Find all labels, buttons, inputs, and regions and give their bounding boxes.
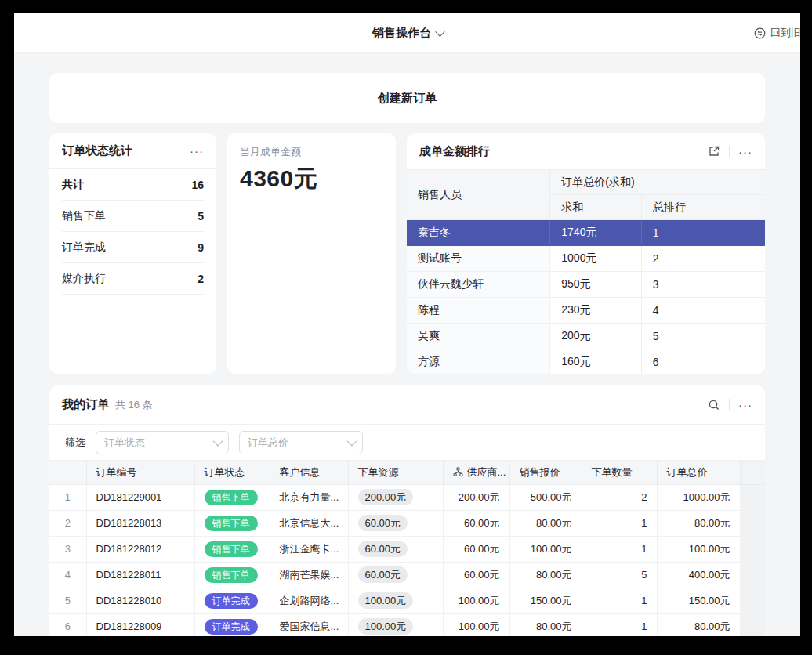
resource-cell[interactable]: 60.00元: [348, 536, 443, 562]
col-order-no[interactable]: 订单编号: [86, 461, 194, 484]
resource-cell[interactable]: 100.00元: [348, 613, 443, 636]
total-cell[interactable]: 150.00元: [657, 588, 740, 613]
ranking-rank-value: 6: [641, 349, 765, 375]
col-supplier-label: 供应商...: [467, 465, 506, 479]
col-total[interactable]: 订单总价: [657, 461, 740, 484]
customer-cell[interactable]: 浙江金鹰卡...: [270, 536, 348, 562]
order-number-cell[interactable]: DD181228013: [86, 510, 194, 536]
supplier-cell[interactable]: 100.00元: [443, 588, 509, 613]
total-cell[interactable]: 1000.00元: [657, 484, 740, 510]
order-table-row[interactable]: 6 DD181228009 订单完成 爱国家信息... 100.00元 100.…: [49, 613, 765, 636]
total-cell[interactable]: 80.00元: [657, 613, 740, 636]
create-order-button[interactable]: 创建新订单: [49, 73, 765, 123]
ranking-col-rank: 总排行: [641, 195, 765, 220]
dashboard-cards-row: 订单状态统计 ··· 共计 16 销售下单 5: [49, 133, 765, 374]
status-stat-row[interactable]: 订单完成 9: [62, 232, 204, 263]
col-qty[interactable]: 下单数量: [582, 461, 657, 484]
order-status-filter-select[interactable]: 订单状态: [96, 431, 229, 454]
status-stat-row[interactable]: 共计 16: [62, 169, 204, 201]
back-to-old-version-button[interactable]: 回到旧版: [754, 26, 800, 40]
order-status-cell[interactable]: 销售下单: [194, 562, 270, 588]
order-status-cell[interactable]: 销售下单: [194, 536, 270, 562]
status-stat-value: 5: [198, 210, 204, 223]
supplier-cell[interactable]: 60.00元: [443, 562, 509, 588]
order-number-cell[interactable]: DD181228009: [86, 613, 194, 636]
ranking-card-title: 成单金额排行: [419, 144, 490, 159]
customer-cell[interactable]: 企划路网络...: [270, 588, 348, 613]
qty-cell[interactable]: 1: [582, 613, 657, 636]
col-quote[interactable]: 销售报价: [509, 461, 582, 484]
order-status-cell[interactable]: 销售下单: [194, 484, 270, 510]
col-resource[interactable]: 下单资源: [348, 461, 443, 484]
status-stat-label: 共计: [62, 178, 84, 192]
order-table-row[interactable]: 3 DD181228012 销售下单 浙江金鹰卡... 60.00元 60.00…: [49, 536, 765, 562]
ranking-person-name: 陈程: [407, 298, 550, 324]
supplier-cell[interactable]: 60.00元: [443, 510, 509, 536]
quote-cell[interactable]: 80.00元: [509, 510, 582, 536]
order-table-row[interactable]: 4 DD181228011 销售下单 湖南芒果娱... 60.00元 60.00…: [49, 562, 765, 588]
resource-cell[interactable]: 60.00元: [348, 510, 443, 536]
order-status-card-header: 订单状态统计 ···: [49, 133, 216, 169]
ranking-row[interactable]: 测试账号 1000元 2: [407, 246, 765, 272]
ranking-row[interactable]: 吴爽 200元 5: [407, 324, 765, 349]
ranking-row[interactable]: 秦吉冬 1740元 1: [407, 220, 765, 246]
table-filler: [740, 484, 765, 510]
total-cell[interactable]: 400.00元: [657, 562, 740, 588]
more-icon[interactable]: ···: [738, 399, 752, 411]
order-number-cell[interactable]: DD181228010: [86, 588, 194, 613]
resource-cell[interactable]: 60.00元: [348, 562, 443, 588]
ranking-row[interactable]: 伙伴云魏少轩 950元 3: [407, 272, 765, 298]
qty-cell[interactable]: 1: [582, 510, 657, 536]
ranking-col-person: 销售人员: [407, 170, 550, 220]
customer-cell[interactable]: 爱国家信息...: [270, 613, 348, 636]
order-table-row[interactable]: 1 DD181229001 销售下单 北京有力量... 200.00元 200.…: [49, 484, 765, 510]
customer-cell[interactable]: 北京有力量...: [270, 484, 348, 510]
customer-cell[interactable]: 湖南芒果娱...: [270, 562, 348, 588]
search-icon[interactable]: [708, 399, 720, 411]
quote-cell[interactable]: 80.00元: [509, 613, 582, 636]
col-supplier[interactable]: 供应商...: [443, 461, 509, 484]
qty-cell[interactable]: 2: [582, 484, 657, 510]
status-stat-row[interactable]: 媒介执行 2: [62, 263, 204, 295]
table-filler: [740, 536, 765, 562]
col-customer[interactable]: 客户信息: [270, 461, 348, 484]
ranking-sum-value: 230元: [550, 298, 642, 324]
open-in-new-icon[interactable]: [708, 145, 720, 157]
qty-cell[interactable]: 5: [582, 562, 657, 588]
quote-cell[interactable]: 80.00元: [509, 562, 582, 588]
order-status-cell[interactable]: 订单完成: [194, 613, 270, 636]
status-stat-row[interactable]: 销售下单 5: [62, 201, 204, 232]
quote-cell[interactable]: 500.00元: [509, 484, 582, 510]
order-status-cell[interactable]: 订单完成: [194, 588, 270, 613]
workspace-switcher[interactable]: 销售操作台: [372, 26, 442, 41]
qty-cell[interactable]: 1: [582, 536, 657, 562]
orders-table: 订单编号 订单状态 客户信息 下单资源: [49, 461, 765, 636]
status-badge: 销售下单: [205, 490, 258, 505]
order-number-cell[interactable]: DD181229001: [86, 484, 194, 510]
resource-cell[interactable]: 200.00元: [348, 484, 443, 510]
order-number-cell[interactable]: DD181228012: [86, 536, 194, 562]
order-table-row[interactable]: 2 DD181228013 销售下单 北京信息大... 60.00元 60.00…: [49, 510, 765, 536]
filter-label: 筛选: [65, 436, 85, 450]
col-status[interactable]: 订单状态: [194, 461, 270, 484]
order-total-filter-select[interactable]: 订单总价: [239, 431, 363, 454]
quote-cell[interactable]: 150.00元: [509, 588, 582, 613]
ranking-row[interactable]: 方源 160元 6: [407, 349, 765, 375]
customer-cell[interactable]: 北京信息大...: [270, 510, 348, 536]
quote-cell[interactable]: 100.00元: [509, 536, 582, 562]
more-icon[interactable]: ···: [190, 145, 204, 157]
supplier-cell[interactable]: 60.00元: [443, 536, 509, 562]
total-cell[interactable]: 80.00元: [657, 510, 740, 536]
supplier-cell[interactable]: 100.00元: [443, 613, 509, 636]
order-status-cell[interactable]: 销售下单: [194, 510, 270, 536]
status-stat-label: 销售下单: [62, 209, 106, 223]
resource-cell[interactable]: 100.00元: [348, 588, 443, 613]
supplier-cell[interactable]: 200.00元: [443, 484, 509, 510]
ranking-row[interactable]: 陈程 230元 4: [407, 298, 765, 324]
order-table-row[interactable]: 5 DD181228010 订单完成 企划路网络... 100.00元 100.…: [49, 588, 765, 613]
total-cell[interactable]: 100.00元: [657, 536, 740, 562]
qty-cell[interactable]: 1: [582, 588, 657, 613]
order-number-cell[interactable]: DD181228011: [86, 562, 194, 588]
more-icon[interactable]: ···: [738, 146, 752, 157]
status-badge: 销售下单: [205, 567, 258, 583]
